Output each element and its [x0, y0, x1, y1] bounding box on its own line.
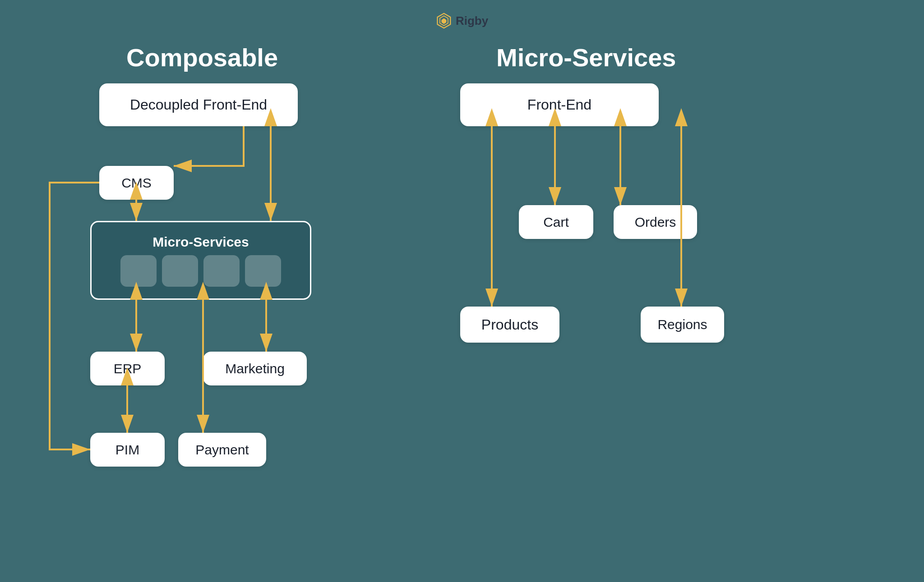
products-box: Products	[460, 307, 559, 343]
logo-text: Rigby	[456, 14, 488, 28]
composable-title: Composable	[126, 43, 278, 72]
mini-box-4	[245, 255, 281, 287]
payment-box: Payment	[178, 433, 266, 467]
mini-boxes-row	[120, 255, 281, 287]
mini-box-2	[162, 255, 198, 287]
mini-box-3	[203, 255, 240, 287]
cart-box: Cart	[519, 205, 593, 239]
frontend-box: Front-End	[460, 83, 659, 126]
marketing-box: Marketing	[203, 352, 307, 385]
erp-box: ERP	[90, 352, 165, 385]
logo-icon	[436, 13, 452, 29]
micro-services-dark-title: Micro-Services	[152, 234, 249, 250]
logo: Rigby	[436, 13, 488, 29]
orders-box: Orders	[614, 205, 697, 239]
regions-box: Regions	[641, 307, 724, 343]
mini-box-1	[120, 255, 157, 287]
pim-box: PIM	[90, 433, 165, 467]
decoupled-frontend-box: Decoupled Front-End	[99, 83, 298, 126]
cms-box: CMS	[99, 166, 174, 200]
svg-marker-2	[441, 18, 446, 24]
micro-services-dark-box: Micro-Services	[90, 221, 311, 300]
micro-services-title: Micro-Services	[496, 43, 676, 72]
